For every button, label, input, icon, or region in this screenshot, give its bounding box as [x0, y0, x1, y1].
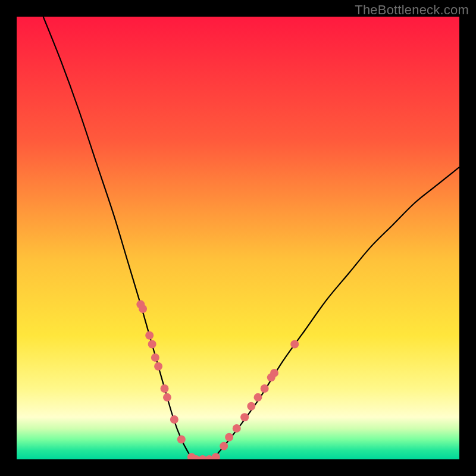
highlight-dot	[163, 393, 171, 402]
gradient-bg	[17, 17, 459, 459]
highlight-dot	[160, 384, 168, 393]
bottleneck-chart	[17, 17, 459, 459]
highlight-dot	[154, 362, 162, 371]
highlight-dot	[145, 331, 154, 340]
watermark-text: TheBottleneck.com	[355, 2, 469, 18]
highlight-dot	[170, 415, 178, 424]
highlight-dot	[220, 442, 228, 450]
highlight-dot	[177, 436, 186, 444]
highlight-dot	[270, 369, 278, 377]
highlight-dot	[139, 305, 147, 313]
plot-area	[17, 17, 459, 459]
highlight-dot	[253, 393, 262, 402]
highlight-dot	[240, 413, 249, 421]
highlight-dot	[151, 353, 159, 362]
chart-frame: TheBottleneck.com	[0, 0, 476, 476]
highlight-dot	[290, 340, 299, 349]
highlight-dot	[225, 433, 233, 441]
highlight-dot	[247, 402, 255, 411]
highlight-dot	[233, 424, 241, 433]
highlight-dot	[148, 340, 156, 349]
highlight-dot	[261, 384, 269, 393]
